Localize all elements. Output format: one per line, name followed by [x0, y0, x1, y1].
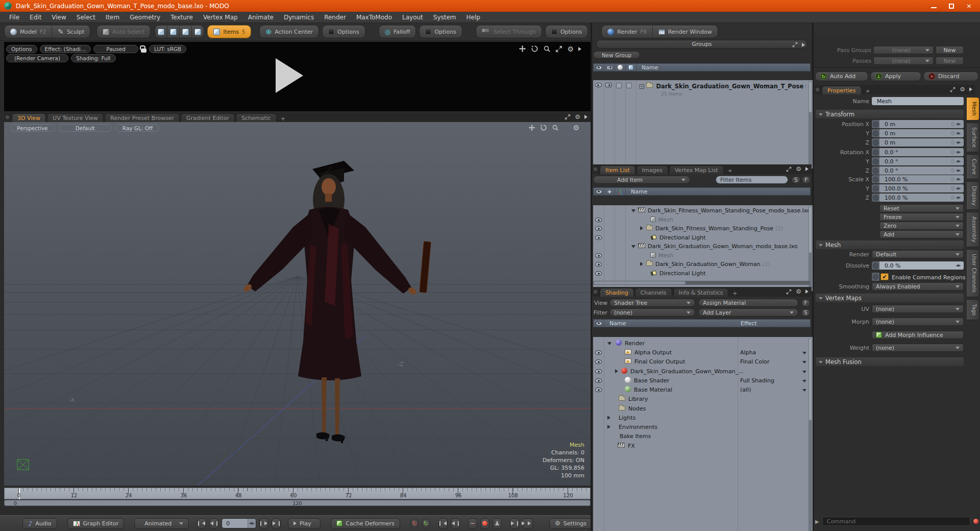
visibility-eye-icon[interactable]: [595, 235, 602, 240]
visibility-eye-icon[interactable]: [595, 262, 602, 267]
position-z-field[interactable]: 0 m0◀▶: [879, 138, 964, 147]
render-checkbox[interactable]: [616, 83, 622, 88]
previous-frame-button[interactable]: [209, 518, 218, 529]
panel-arrow-icon[interactable]: [584, 115, 587, 119]
item-list-hscrollbar[interactable]: [593, 281, 811, 285]
add-tab-button[interactable]: +: [729, 290, 740, 297]
scale-y-field[interactable]: 100.0 %0◀▶: [879, 184, 964, 192]
side-tab-tags[interactable]: Tags: [967, 299, 979, 320]
channel-toggle[interactable]: [872, 273, 879, 281]
channel-toggle[interactable]: [872, 184, 879, 192]
item-row-scene[interactable]: Dark_Skin_Fitness_Woman_Standing_Pose_mo…: [593, 206, 813, 215]
effect-dropdown-icon[interactable]: [802, 352, 806, 354]
auto-add-button[interactable]: ↻Auto Add: [815, 71, 868, 81]
tab-shading[interactable]: Shading: [600, 288, 634, 297]
position-y-field[interactable]: 0 m0◀▶: [879, 129, 964, 137]
passes-dropdown[interactable]: (none): [873, 57, 934, 65]
preview-shading-button[interactable]: Shading: Full: [71, 54, 116, 62]
jump-next-key-button[interactable]: [510, 518, 519, 529]
expand-icon[interactable]: [640, 226, 643, 230]
tab-gradient-editor[interactable]: Gradient Editor: [181, 113, 235, 122]
falloff-options-button[interactable]: Options: [419, 25, 462, 38]
action-center-options-button[interactable]: Options: [322, 25, 365, 38]
effect-dropdown-icon[interactable]: [802, 389, 806, 392]
render-window-button[interactable]: Render Window: [652, 26, 718, 38]
camera-toggle-icon[interactable]: [605, 83, 612, 87]
effect-dropdown-icon[interactable]: [802, 380, 806, 382]
groups-scrollbar[interactable]: [808, 81, 812, 167]
dissolve-field[interactable]: 0.0 %◀▶: [879, 261, 964, 270]
add-layer-dropdown[interactable]: Add Layer: [698, 308, 798, 317]
mesh-section-header[interactable]: Mesh: [816, 240, 964, 249]
perspective-button[interactable]: Perspective: [10, 124, 55, 132]
gear-icon[interactable]: ⚙: [796, 288, 801, 295]
preview-lut-button[interactable]: LUT: sRGB: [149, 45, 186, 53]
reset-dropdown[interactable]: Reset: [879, 204, 964, 212]
groups-panel-title[interactable]: Groups: [596, 40, 807, 49]
enable-command-regions-checkbox[interactable]: ✔: [880, 273, 889, 280]
visibility-eye-icon[interactable]: [595, 388, 602, 392]
apply-button[interactable]: ↓Apply: [870, 71, 921, 81]
shader-row-environments[interactable]: Environments: [593, 423, 813, 431]
record-macro-icon[interactable]: [973, 519, 978, 524]
channel-curve-button[interactable]: ~: [468, 518, 477, 529]
audio-button[interactable]: ♪Audio: [22, 518, 57, 529]
shading-default-button[interactable]: Default: [59, 124, 112, 132]
effect-dropdown-icon[interactable]: [802, 361, 806, 364]
actor-button[interactable]: ♟: [493, 518, 502, 529]
collapse-icon[interactable]: [631, 245, 635, 248]
falloff-button[interactable]: ◎Falloff: [379, 25, 416, 38]
scale-z-field[interactable]: 100.0 %0◀▶: [879, 194, 964, 202]
gear-icon[interactable]: ⚙: [960, 86, 965, 92]
play-button[interactable]: Play: [288, 518, 321, 529]
position-x-field[interactable]: 0 m0◀▶: [879, 120, 964, 128]
rotation-x-field[interactable]: 0.0 °0◀▶: [879, 148, 964, 156]
select-through-button[interactable]: Select Through: [476, 25, 542, 38]
new-group-button[interactable]: New Group: [593, 51, 640, 59]
expand-plus-icon[interactable]: +: [640, 84, 644, 89]
menu-system[interactable]: System: [428, 14, 461, 21]
side-tab-surface[interactable]: Surface: [967, 123, 979, 152]
vertex-maps-section-header[interactable]: Vertex Maps: [816, 294, 964, 302]
menu-animate[interactable]: Animate: [243, 14, 279, 21]
effect-dropdown-icon[interactable]: [802, 371, 806, 373]
next-key-button[interactable]: [451, 518, 460, 529]
menu-view[interactable]: View: [46, 14, 71, 21]
menu-item[interactable]: Item: [101, 14, 125, 21]
item-row-light[interactable]: Directional Light: [593, 269, 813, 278]
materials-mode-button[interactable]: [191, 26, 204, 38]
menu-vertex-map[interactable]: Vertex Map: [198, 14, 243, 21]
item-row-mesh[interactable]: Mesh: [593, 251, 813, 260]
tab-vertex-map-list[interactable]: Vertex Map List: [669, 165, 724, 174]
gear-icon[interactable]: ⚙: [796, 166, 801, 172]
rotate-icon[interactable]: [540, 124, 547, 131]
preview-camera-button[interactable]: (Render Camera): [6, 54, 68, 62]
gear-icon[interactable]: ⚙: [575, 114, 580, 120]
filter-button[interactable]: F: [801, 299, 810, 307]
menu-layout[interactable]: Layout: [397, 14, 428, 21]
visibility-eye-icon[interactable]: [595, 218, 602, 222]
menu-texture[interactable]: Texture: [165, 14, 198, 21]
shading-filter-dropdown[interactable]: (none): [609, 308, 695, 317]
graph-editor-button[interactable]: Graph Editor: [67, 518, 125, 529]
menu-maxtomodo[interactable]: MaxToModo: [351, 14, 397, 21]
gear-icon[interactable]: ⚙: [573, 124, 579, 131]
tab-channels[interactable]: Channels: [635, 288, 672, 297]
visibility-eye-icon[interactable]: [595, 253, 602, 258]
uv-dropdown[interactable]: (none): [872, 305, 964, 313]
transform-section-header[interactable]: Transform: [816, 110, 964, 118]
freeze-dropdown[interactable]: Freeze: [879, 213, 964, 221]
channel-toggle[interactable]: [872, 138, 879, 147]
side-tab-mesh[interactable]: Mesh: [967, 97, 979, 120]
mesh-fusion-section-header[interactable]: Mesh Fusion: [816, 357, 964, 366]
shader-row-base-shader[interactable]: Base Shader Full Shading: [593, 376, 813, 385]
panel-thumb-icon[interactable]: [594, 167, 597, 171]
expand-icon[interactable]: [950, 87, 955, 92]
channel-toggle[interactable]: [872, 194, 879, 202]
expand-icon[interactable]: [786, 166, 792, 172]
preview-effect-button[interactable]: Effect: (Shadi...: [40, 45, 91, 53]
scale-x-field[interactable]: 100.0 %0◀▶: [879, 175, 964, 183]
visibility-eye-icon[interactable]: [595, 359, 602, 364]
items-mode-button[interactable]: Items5: [207, 25, 251, 38]
side-tab-display[interactable]: Display: [967, 181, 979, 210]
